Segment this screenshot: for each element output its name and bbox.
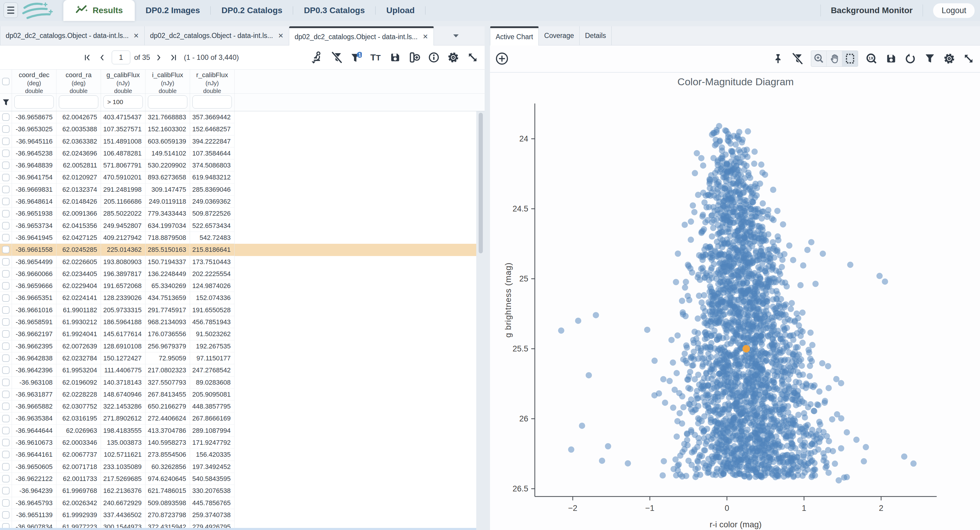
table-row[interactable]: -36.966006662.0234405196.3897817136.2248… — [0, 268, 476, 280]
row-checkbox[interactable] — [2, 270, 10, 278]
table-row[interactable]: -36.964283862.0232784150.127242772.95059… — [0, 352, 476, 364]
save-chart-button[interactable] — [885, 53, 897, 65]
column-header-i_calibFlux[interactable]: i_calibFlux(nJy)double — [145, 70, 190, 93]
close-tab-icon[interactable]: ✕ — [423, 33, 428, 41]
column-header-coord_ra[interactable]: coord_ra(deg)double — [56, 70, 101, 93]
zoom-original-button[interactable]: 1X — [865, 53, 878, 65]
table-row[interactable]: -36.966219761.9924041145.6177614176.0736… — [0, 328, 476, 340]
next-page-button[interactable] — [153, 51, 165, 64]
close-tab-icon[interactable]: ✕ — [278, 32, 283, 40]
data-tab-0[interactable]: Active Chart — [490, 26, 539, 45]
row-checkbox[interactable] — [2, 210, 10, 217]
table-row[interactable]: -36.966588262.0307752322.1453286650.2166… — [0, 401, 476, 412]
table-row[interactable]: -36.965966662.0229404191.657206865.33402… — [0, 280, 476, 292]
table-scrollbar[interactable] — [479, 113, 483, 528]
expand-table-button[interactable] — [467, 51, 479, 64]
table-row[interactable]: -36.964883962.0052811571.8067791530.2209… — [0, 160, 476, 171]
expand-chart-button[interactable] — [963, 53, 975, 65]
chart-area[interactable]: Color-Magnitude Diagram2424.52525.52626.… — [490, 73, 980, 530]
table-row[interactable]: -36.964194562.0427125409.2127942718.8879… — [0, 232, 476, 244]
row-checkbox[interactable] — [2, 330, 10, 338]
chart-filters-button[interactable] — [924, 53, 936, 65]
scrollbar-thumb[interactable] — [479, 113, 483, 253]
table-row[interactable]: -36.964511662.0363382151.4891008603.6059… — [0, 136, 476, 147]
table-row[interactable]: -36.963187762.0228228148.6740946267.8413… — [0, 388, 476, 401]
add-column-button[interactable] — [409, 51, 420, 64]
row-checkbox[interactable] — [2, 475, 10, 482]
row-checkbox[interactable] — [2, 499, 10, 507]
tab-list-dropdown[interactable] — [448, 29, 464, 43]
table-row[interactable]: -36.964523862.0243696106.4878281149.5141… — [0, 147, 476, 160]
table-row[interactable]: -36.96423961.9969768162.2136376621.74860… — [0, 485, 476, 497]
text-view-button[interactable]: TT — [369, 51, 382, 64]
table-row[interactable]: -36.964579362.0026342240.6672929509.0893… — [0, 497, 476, 509]
row-checkbox[interactable] — [2, 487, 10, 495]
zoom-mode-button[interactable] — [811, 51, 827, 66]
restore-chart-button[interactable] — [904, 53, 916, 65]
logout-button[interactable]: Logout — [933, 3, 975, 18]
table-row[interactable]: -36.966239562.0072639128.6910108256.9679… — [0, 340, 476, 352]
nav-tab-dp0-3-catalogs[interactable]: DP0.3 Catalogs — [293, 0, 375, 21]
row-checkbox[interactable] — [2, 294, 10, 302]
clear-chart-filters-button[interactable] — [791, 53, 803, 65]
row-checkbox[interactable] — [2, 137, 10, 145]
table-row[interactable]: -36.964861462.0148426205.1166686249.0119… — [0, 196, 476, 208]
row-checkbox[interactable] — [2, 306, 10, 314]
pan-mode-button[interactable] — [827, 51, 842, 66]
row-checkbox[interactable] — [2, 246, 10, 253]
table-row[interactable]: -36.965113961.9992939337.4436502270.8723… — [0, 509, 476, 521]
row-checkbox[interactable] — [2, 415, 10, 422]
column-header-r_calibFlux[interactable]: r_calibFlux(nJy)double — [190, 70, 235, 93]
row-checkbox[interactable] — [2, 451, 10, 458]
nav-tab-results[interactable]: Results — [63, 0, 135, 21]
row-checkbox[interactable] — [2, 402, 10, 410]
table-info-button[interactable] — [428, 51, 440, 64]
nav-tab-dp0-2-catalogs[interactable]: DP0.2 Catalogs — [211, 0, 293, 21]
row-checkbox[interactable] — [2, 391, 10, 398]
table-row[interactable]: -36.964175462.0120927470.5910201893.6273… — [0, 171, 476, 184]
table-row[interactable]: -36.966535162.0224141128.2339026434.7513… — [0, 292, 476, 304]
data-tab-2[interactable]: dp02_dc2_catalogs.Object - data-int.ls..… — [289, 26, 434, 45]
table-options-button[interactable] — [447, 51, 459, 64]
row-checkbox[interactable] — [2, 113, 10, 121]
row-checkbox[interactable] — [2, 282, 10, 289]
row-checkbox[interactable] — [2, 222, 10, 230]
first-page-button[interactable] — [81, 51, 93, 64]
row-checkbox[interactable] — [2, 150, 10, 157]
select-mode-button[interactable] — [842, 51, 858, 66]
row-checkbox[interactable] — [2, 427, 10, 434]
table-row[interactable]: -36.966155862.0245285225.014362285.51501… — [0, 244, 476, 256]
row-checkbox[interactable] — [2, 511, 10, 519]
row-checkbox[interactable] — [2, 186, 10, 193]
data-tab-2[interactable]: Details — [580, 26, 612, 45]
filter-input-r_calibFlux[interactable] — [192, 96, 232, 109]
table-row[interactable]: -36.965373462.0415356249.9452807634.1997… — [0, 220, 476, 232]
data-tab-1[interactable]: dp02_dc2_catalogs.Object - data-int.ls..… — [145, 26, 289, 45]
chart-options-button[interactable] — [943, 53, 955, 65]
select-all-checkbox[interactable] — [2, 78, 10, 85]
row-checkbox[interactable] — [2, 439, 10, 446]
row-checkbox[interactable] — [2, 125, 10, 133]
row-checkbox[interactable] — [2, 198, 10, 205]
data-tab-0[interactable]: dp02_dc2_catalogs.Object - data-int.ls..… — [0, 26, 145, 45]
prev-page-button[interactable] — [96, 51, 108, 64]
last-page-button[interactable] — [167, 51, 179, 64]
row-checkbox[interactable] — [2, 161, 10, 169]
filter-input-i_calibFlux[interactable] — [148, 96, 187, 109]
close-tab-icon[interactable]: ✕ — [134, 32, 139, 40]
filter-input-g_calibFlux[interactable]: > 100 — [103, 96, 143, 109]
table-row[interactable]: -36.965193862.0091366285.5022022779.3433… — [0, 208, 476, 220]
column-header-coord_dec[interactable]: coord_dec(deg)double — [12, 70, 56, 93]
data-tab-1[interactable]: Coverage — [539, 26, 580, 45]
row-checkbox[interactable] — [2, 379, 10, 386]
row-checkbox[interactable] — [2, 318, 10, 326]
table-row[interactable]: -36.965859161.9930212186.5964188968.2134… — [0, 316, 476, 328]
row-checkbox[interactable] — [2, 174, 10, 181]
pin-chart-button[interactable] — [772, 53, 784, 65]
nav-tab-upload[interactable]: Upload — [375, 0, 425, 21]
nav-tab-dp0-2-images[interactable]: DP0.2 Images — [135, 0, 211, 21]
table-row[interactable]: -36.965302562.0035388107.3527571152.1603… — [0, 123, 476, 135]
clear-filters-button[interactable] — [331, 51, 343, 64]
table-row[interactable]: -36.963538462.0316195271.8902612272.4406… — [0, 412, 476, 425]
table-row[interactable]: -36.964464462.026963198.4183555413.37047… — [0, 425, 476, 437]
